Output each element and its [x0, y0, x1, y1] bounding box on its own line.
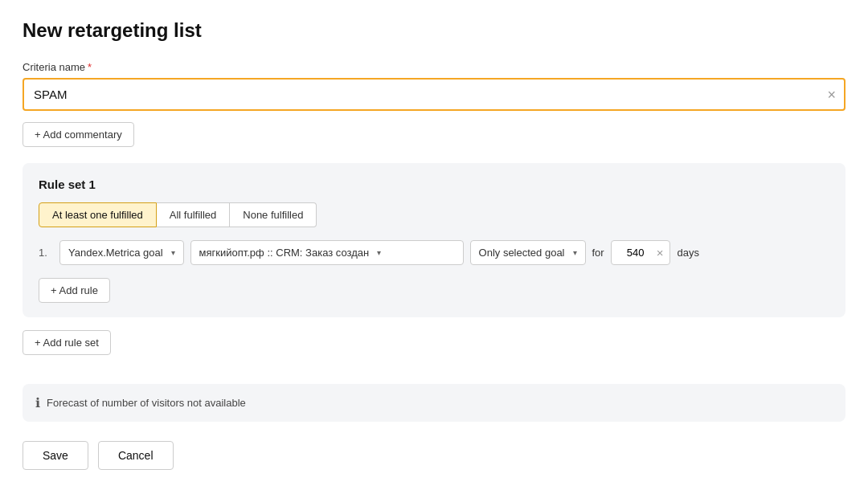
criteria-name-label: Criteria name* [23, 61, 845, 73]
add-rule-set-button[interactable]: + Add rule set [23, 330, 111, 355]
rule-scope-label: Only selected goal [479, 247, 565, 259]
rule-set-1: Rule set 1 At least one fulfilled All fu… [23, 163, 845, 317]
for-label: for [592, 247, 604, 259]
rule-row: 1. Yandex.Metrica goal ▾ мягкийопт.рф ::… [39, 240, 829, 265]
criteria-clear-icon[interactable]: × [827, 88, 836, 102]
page-title: New retargeting list [23, 19, 845, 42]
rule-goal-select[interactable]: мягкийопт.рф :: CRM: Заказ создан ▾ [190, 240, 464, 265]
rule-set-title: Rule set 1 [39, 178, 829, 191]
rule-type-label: Yandex.Metrica goal [68, 247, 163, 259]
rule-index: 1. [39, 247, 53, 259]
days-input-wrapper: × [611, 240, 671, 265]
tab-at-least-one[interactable]: At least one fulfilled [39, 202, 157, 227]
forecast-box: ℹ Forecast of number of visitors not ava… [23, 384, 845, 422]
days-input[interactable] [618, 247, 653, 259]
rule-goal-label: мягкийопт.рф :: CRM: Заказ создан [199, 247, 370, 259]
cancel-button[interactable]: Cancel [98, 441, 174, 470]
add-rule-button[interactable]: + Add rule [39, 278, 110, 303]
rule-scope-chevron-icon: ▾ [573, 248, 577, 257]
rule-goal-chevron-icon: ▾ [377, 248, 381, 257]
tab-all-fulfilled[interactable]: All fulfilled [157, 202, 231, 227]
action-buttons: Save Cancel [23, 441, 845, 470]
required-indicator: * [88, 61, 92, 73]
condition-tabs: At least one fulfilled All fulfilled Non… [39, 202, 829, 227]
add-commentary-button[interactable]: + Add commentary [23, 122, 134, 147]
rule-scope-select[interactable]: Only selected goal ▾ [470, 240, 586, 265]
days-label: days [677, 247, 698, 259]
tab-none-fulfilled[interactable]: None fulfilled [230, 202, 317, 227]
rule-type-chevron-icon: ▾ [171, 248, 175, 257]
forecast-text: Forecast of number of visitors not avail… [47, 397, 246, 409]
info-icon: ℹ [35, 395, 40, 410]
criteria-name-input[interactable] [23, 78, 845, 111]
save-button[interactable]: Save [23, 441, 88, 470]
criteria-input-wrapper: × [23, 78, 845, 111]
rule-type-select[interactable]: Yandex.Metrica goal ▾ [59, 240, 184, 265]
days-clear-icon[interactable]: × [657, 246, 664, 259]
